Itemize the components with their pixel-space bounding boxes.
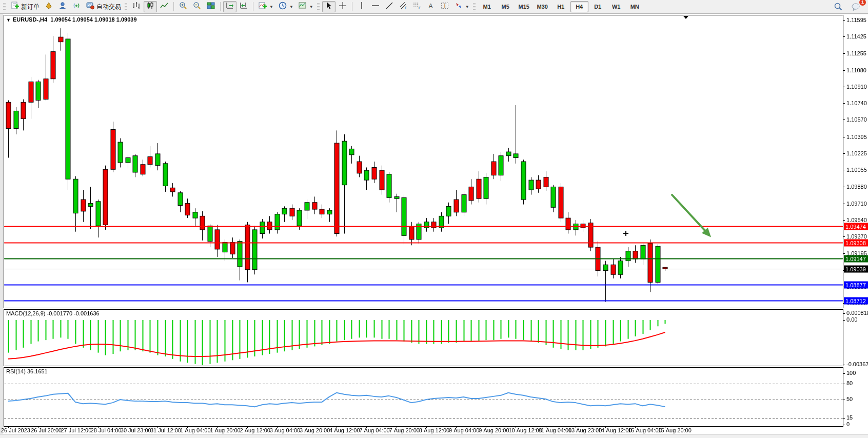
horizontal-line-button[interactable]	[369, 1, 382, 12]
text-label-icon: T	[440, 1, 449, 12]
zoom-in-icon	[179, 1, 188, 12]
timeframe-toolbar: M1M5M15M30H1H4D1W1MN	[478, 1, 644, 12]
vertical-line-icon	[357, 1, 366, 12]
timeframe-w1-button[interactable]: W1	[607, 1, 625, 12]
channel-icon: E	[399, 1, 408, 12]
crosshair-icon	[338, 1, 347, 12]
svg-text:A: A	[428, 3, 432, 10]
line-chart-button[interactable]	[157, 1, 171, 12]
chevron-down-icon: ▼	[309, 5, 313, 9]
toolbar-grip[interactable]	[317, 2, 320, 11]
crosshair-button[interactable]	[336, 1, 349, 12]
indicators-button[interactable]: ▼	[256, 1, 275, 12]
main-toolbar: 新订单 自动交易	[0, 0, 868, 14]
bar-chart-button[interactable]	[130, 1, 143, 12]
periods-button[interactable]: ▼	[276, 1, 295, 12]
timeframe-m30-button[interactable]: M30	[534, 1, 551, 12]
timeframe-m1-button[interactable]: M1	[478, 1, 496, 12]
template-icon	[298, 1, 307, 12]
text-icon: A	[426, 1, 436, 12]
templates-button[interactable]: ▼	[296, 1, 315, 12]
community-button[interactable]	[56, 1, 69, 12]
search-button[interactable]	[832, 1, 845, 12]
auto-scroll-button[interactable]	[223, 1, 236, 12]
vertical-line-button[interactable]	[355, 1, 368, 12]
market-button[interactable]	[42, 1, 55, 12]
trendline-button[interactable]	[383, 1, 396, 12]
trendline-icon	[385, 1, 394, 12]
bar-chart-icon	[132, 1, 141, 12]
svg-text:E: E	[405, 6, 407, 10]
chart-shift-button[interactable]	[237, 1, 250, 12]
equidistant-channel-button[interactable]: E	[397, 1, 410, 12]
chart-shift-icon	[239, 1, 248, 12]
toolbar-grip[interactable]	[3, 2, 6, 11]
chart-window: ▼EURUSD-,H4 1.09054 1.09054 1.09018 1.09…	[0, 14, 868, 438]
zoom-in-button[interactable]	[176, 1, 190, 12]
chevron-down-icon: ▼	[289, 5, 293, 9]
autotrading-icon	[86, 1, 95, 12]
fibonacci-icon: F	[412, 1, 422, 12]
timeframe-mn-button[interactable]: MN	[626, 1, 644, 12]
cursor-icon	[324, 1, 333, 12]
signals-button[interactable]	[70, 1, 83, 12]
clock-icon	[278, 1, 287, 12]
cursor-button[interactable]	[322, 1, 336, 12]
timeframe-m15-button[interactable]: M15	[515, 1, 533, 12]
new-order-label: 新订单	[21, 3, 40, 11]
signals-icon	[72, 1, 81, 12]
toolbar-grip[interactable]	[125, 2, 127, 11]
svg-text:F: F	[419, 6, 421, 10]
timeframe-d1-button[interactable]: D1	[589, 1, 607, 12]
text-label-button[interactable]: T	[438, 1, 451, 12]
autotrading-label: 自动交易	[96, 3, 121, 11]
notifications-button[interactable]: 1	[849, 1, 863, 12]
text-button[interactable]: A	[424, 1, 438, 12]
zoom-out-icon	[192, 1, 202, 12]
indicators-icon	[258, 1, 267, 12]
market-icon	[44, 1, 53, 12]
timeframe-h1-button[interactable]: H1	[552, 1, 570, 12]
auto-scroll-icon	[225, 1, 234, 12]
svg-text:T: T	[443, 3, 446, 9]
candlestick-chart-icon	[146, 1, 155, 12]
timeframe-m5-button[interactable]: M5	[497, 1, 515, 12]
chevron-down-icon: ▼	[465, 5, 469, 9]
fibonacci-button[interactable]: F	[410, 1, 424, 12]
new-order-icon	[10, 1, 19, 12]
tile-windows-icon	[206, 1, 215, 12]
timeframe-h4-button[interactable]: H4	[570, 1, 588, 12]
profile-icon	[58, 1, 67, 12]
toolbar-grip[interactable]	[473, 2, 476, 11]
price-chart-canvas[interactable]	[0, 14, 868, 438]
autotrading-button[interactable]: 自动交易	[84, 1, 123, 12]
toolbar-separator	[352, 2, 352, 11]
chevron-down-icon: ▼	[269, 5, 273, 9]
zoom-out-button[interactable]	[190, 1, 204, 12]
line-chart-icon	[160, 1, 169, 12]
new-order-button[interactable]: 新订单	[8, 1, 42, 12]
toolbar-separator	[220, 2, 221, 11]
candlestick-chart-button[interactable]	[144, 1, 157, 12]
notification-badge: 1	[859, 0, 866, 6]
horizontal-line-icon	[371, 1, 380, 12]
toolbar-separator	[173, 2, 174, 11]
shapes-icon	[454, 1, 463, 12]
arrows-button[interactable]: ▼	[452, 1, 471, 12]
toolbar-separator	[253, 2, 253, 11]
search-icon	[834, 2, 843, 11]
tile-windows-button[interactable]	[204, 1, 218, 12]
